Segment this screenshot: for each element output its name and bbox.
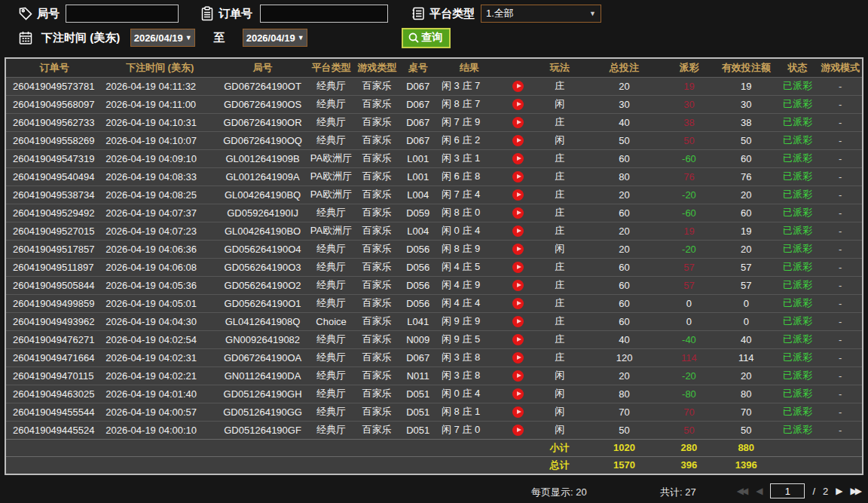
cell-valid-bet: 40 [716,330,777,348]
page-number-input[interactable] [770,483,805,498]
order-input[interactable] [260,5,388,23]
cell-game-type: 百家乐 [354,258,400,276]
cell-platform: 经典厅 [308,348,354,367]
table-row: 260419049505844 2026-04-19 04:05:36 GD05… [6,276,862,294]
cell-valid-bet: 60 [716,149,777,167]
cell-payout: 0 [662,312,716,330]
play-video-icon[interactable] [512,262,524,273]
play-video-icon[interactable] [512,425,524,436]
total-label: 总计 [533,456,586,474]
cell-bet-side: 庄 [533,312,586,330]
play-video-icon[interactable] [512,316,524,327]
play-video-icon[interactable] [512,244,524,255]
cell-status: 已派彩 [777,222,819,240]
play-video-icon[interactable] [512,334,524,345]
platform-select-value: 1.全部 [486,7,514,20]
cell-game-mode: - [818,403,862,421]
cell-bet-time: 2026-04-19 04:06:36 [102,240,217,258]
play-video-icon[interactable] [512,81,524,92]
cell-game-type: 百家乐 [354,312,400,330]
cell-video [503,348,533,367]
cell-valid-bet: 80 [716,385,777,403]
cell-total-bet: 70 [586,403,662,421]
cell-bet-side: 庄 [533,348,586,367]
cell-total-bet: 20 [586,222,662,240]
next-page-icon[interactable]: ▶ [836,483,842,498]
cell-game-type: 百家乐 [354,95,400,113]
cell-table-no: N011 [399,367,436,385]
cell-valid-bet: 114 [716,348,777,367]
table-row: 260419049455544 2026-04-19 04:00:57 GD05… [6,403,862,421]
play-video-icon[interactable] [512,388,524,400]
cell-video [503,367,533,385]
cell-payout: 19 [662,77,716,95]
cell-round-id: GN00926419082 [217,330,308,348]
cell-video [503,186,533,204]
first-page-icon[interactable]: ◀◀ [737,483,748,498]
list-icon [411,6,426,21]
cell-bet-time: 2026-04-19 04:04:30 [102,312,217,330]
play-video-icon[interactable] [512,207,524,219]
date-from-value: 2026/04/19 [134,32,183,44]
play-video-icon[interactable] [512,171,524,182]
play-video-icon[interactable] [512,298,524,309]
order-filter-label: 订单号 [219,7,252,21]
total-pages-label: 2 [823,486,828,497]
cell-table-no: D056 [399,240,436,258]
chevron-down-icon: ▼ [589,10,596,17]
play-video-icon[interactable] [512,280,524,291]
cell-valid-bet: 19 [716,77,777,95]
cell-table-no: L004 [399,222,436,240]
cell-platform: 经典厅 [308,421,354,439]
query-button[interactable]: 查询 [402,28,451,48]
cell-valid-bet: 60 [716,204,777,222]
cell-platform: 经典厅 [308,204,354,222]
cell-game-type: 百家乐 [354,385,400,403]
play-video-icon[interactable] [512,352,524,363]
play-video-icon[interactable] [512,189,524,201]
play-video-icon[interactable] [512,99,524,110]
platform-select[interactable]: 1.全部 ▼ [481,5,601,23]
cell-game-type: 百家乐 [354,113,400,131]
cell-result: 闲 3 庄 8 [436,348,503,367]
cell-total-bet: 40 [586,113,662,131]
cell-platform: 经典厅 [308,77,354,95]
play-video-icon[interactable] [512,117,524,128]
cell-bet-time: 2026-04-19 04:11:00 [102,95,217,113]
cell-result: 闲 4 庄 4 [436,294,503,312]
cell-total-bet: 60 [586,312,662,330]
subtotal-spacer [6,439,533,456]
cell-total-bet: 60 [586,204,662,222]
date-from-picker[interactable]: 2026/04/19 ▼ [130,29,195,47]
play-video-icon[interactable] [512,370,524,382]
search-icon [408,32,420,44]
round-input[interactable] [66,5,179,23]
cell-total-bet: 120 [586,348,662,367]
total-row: 总计 1570 396 1396 [6,456,862,474]
cell-order-id: 260419049562733 [6,113,102,131]
cell-platform: 经典厅 [308,330,354,348]
last-page-icon[interactable]: ▶▶ [851,483,862,498]
play-video-icon[interactable] [512,225,524,237]
prev-page-icon[interactable]: ◀ [756,483,763,498]
play-video-icon[interactable] [512,135,524,146]
cell-game-mode: - [818,421,862,439]
play-video-icon[interactable] [512,406,524,418]
cell-status: 已派彩 [777,149,819,167]
cell-valid-bet: 57 [716,276,777,294]
cell-bet-side: 闲 [533,385,586,403]
cell-round-id: GD051264190GH [217,385,308,403]
page-size-label: 每页显示: 20 [531,486,587,499]
cell-video [503,204,533,222]
cell-round-id: GD067264190OT [217,77,308,95]
cell-total-bet: 20 [586,240,662,258]
date-to-picker[interactable]: 2026/04/19 ▼ [243,29,307,47]
cell-game-mode: - [818,294,862,312]
cell-round-id: GL0412641908Q [217,312,308,330]
play-video-icon[interactable] [512,153,524,164]
cell-order-id: 260419049511897 [6,258,102,276]
cell-order-id: 260419049493962 [6,312,102,330]
cell-game-mode: - [818,240,862,258]
cell-round-id: GD059264190IJ [217,204,308,222]
table-row: 260419049568097 2026-04-19 04:11:00 GD06… [6,95,862,113]
